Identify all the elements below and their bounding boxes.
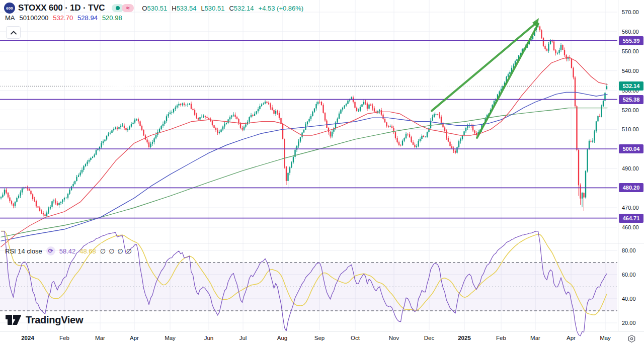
time-tick-label: Aug xyxy=(277,335,287,341)
high-value: 533.54 xyxy=(177,5,197,12)
rsi-tick-label: 20.00 xyxy=(622,320,636,326)
ohlc-readout: O530.51 H533.54 L530.51 C532.14 +4.53 (+… xyxy=(142,5,303,12)
empty-set-icon: ∅ xyxy=(126,247,132,255)
price-level-badge: 480.20 xyxy=(619,183,643,192)
price-tick-label: 540.00 xyxy=(622,68,639,74)
time-tick-label: Feb xyxy=(496,335,506,341)
empty-set-icon: ∅ xyxy=(109,247,114,255)
time-tick-label: Sep xyxy=(314,335,325,341)
candles-layer xyxy=(1,25,607,217)
price-tick-label: 510.00 xyxy=(622,126,639,132)
chevron-up-icon xyxy=(10,30,17,35)
close-label: C xyxy=(229,5,233,12)
time-tick-label: May xyxy=(600,335,611,341)
rsi-tick-label: 80.00 xyxy=(622,247,636,253)
collapse-panel-button[interactable] xyxy=(6,26,21,39)
tradingview-logo[interactable]: TradingView xyxy=(5,313,83,326)
price-tick-label: 470.00 xyxy=(622,205,639,211)
rsi-value: 58.42 xyxy=(59,247,76,255)
chart-canvas[interactable] xyxy=(0,0,644,344)
low-value: 530.51 xyxy=(205,5,225,12)
time-tick-label: Nov xyxy=(389,335,399,341)
empty-set-icon: ∅ xyxy=(117,247,123,255)
high-label: H xyxy=(172,5,176,12)
tradingview-mark-icon xyxy=(5,313,22,326)
symbol-title[interactable]: STOXX 600 · 1D · TVC xyxy=(18,3,105,13)
low-label: L xyxy=(201,5,204,12)
price-tick-label: 460.00 xyxy=(622,224,639,230)
time-tick-label: 2024 xyxy=(21,335,34,341)
price-tick-label: 550.00 xyxy=(622,48,639,54)
symbol-logo: 600 xyxy=(4,3,15,14)
tradingview-wordmark: TradingView xyxy=(26,314,83,326)
symbol-logo-text: 600 xyxy=(6,6,13,11)
ma-label: MA xyxy=(5,14,15,22)
gear-hex-icon xyxy=(627,334,636,343)
rsi-tick-label: 60.00 xyxy=(622,272,636,278)
delayed-data-icon[interactable]: ≈ xyxy=(122,4,134,12)
price-tick-label: 560.00 xyxy=(622,29,639,35)
tradingview-chart-window: 600 STOXX 600 · 1D · TVC ≈ O530.51 H533.… xyxy=(0,0,644,344)
open-label: O xyxy=(142,5,147,12)
ma200-value: 520.98 xyxy=(102,14,122,22)
time-tick-label: Mar xyxy=(95,335,105,341)
scale-settings-button[interactable] xyxy=(627,334,636,344)
time-axis-separator xyxy=(0,331,644,331)
rsi-indicator-legend[interactable]: RSI 14 close ⟳ 58.42 48.68 ∅ ∅ ∅ ∅ xyxy=(5,246,132,255)
price-tick-label: 520.00 xyxy=(622,107,639,113)
time-tick-label: Mar xyxy=(530,335,540,341)
price-tick-label: 570.00 xyxy=(622,9,639,15)
ma-legend[interactable]: MA 50100200 532.70 528.94 520.98 xyxy=(5,14,122,22)
rsi-label: RSI 14 close xyxy=(5,247,42,255)
empty-set-icon: ∅ xyxy=(100,247,106,255)
price-level-badge: 525.38 xyxy=(619,95,643,104)
time-tick-label: Jun xyxy=(204,335,214,341)
time-tick-label: 2025 xyxy=(458,335,471,341)
price-level-badge: 555.39 xyxy=(619,36,643,45)
rsi-sync-icon[interactable]: ⟳ xyxy=(46,246,55,255)
market-status-pills: ≈ xyxy=(112,4,134,12)
ma50-value: 532.70 xyxy=(53,14,73,22)
time-tick-label: Feb xyxy=(59,335,69,341)
time-tick-label: Oct xyxy=(351,335,360,341)
price-level-badge: 500.04 xyxy=(619,144,643,153)
ma-periods: 50100200 xyxy=(20,14,49,22)
trend-line-drawing[interactable] xyxy=(432,23,536,111)
time-tick-label: May xyxy=(165,335,176,341)
price-tick-label: 490.00 xyxy=(622,165,639,171)
pane-separator[interactable] xyxy=(0,243,644,243)
rsi-band-layer xyxy=(0,263,617,311)
time-tick-label: Jul xyxy=(239,335,247,341)
rsi-empty-slots: ∅ ∅ ∅ ∅ xyxy=(100,247,132,255)
close-value: 532.14 xyxy=(234,5,254,12)
change-value: +4.53 (+0.86%) xyxy=(259,5,304,12)
rsi-smooth-value: 48.68 xyxy=(79,247,96,255)
last-price-badge: 532.14 xyxy=(619,81,643,91)
sync-glyph: ⟳ xyxy=(48,247,53,254)
time-tick-label: Apr xyxy=(130,335,139,341)
ma100-line xyxy=(1,93,607,241)
approx-glyph: ≈ xyxy=(126,5,130,12)
price-axis-separator xyxy=(618,0,618,331)
open-value: 530.51 xyxy=(147,5,167,12)
status-dot-icon xyxy=(116,6,120,10)
time-tick-label: Dec xyxy=(424,335,434,341)
rsi-tick-label: 40.00 xyxy=(622,296,636,302)
symbol-header: 600 STOXX 600 · 1D · TVC ≈ O530.51 H533.… xyxy=(4,3,303,14)
price-level-badge: 464.71 xyxy=(619,214,643,223)
time-tick-label: Apr xyxy=(567,335,576,341)
ma100-value: 528.94 xyxy=(77,14,98,22)
